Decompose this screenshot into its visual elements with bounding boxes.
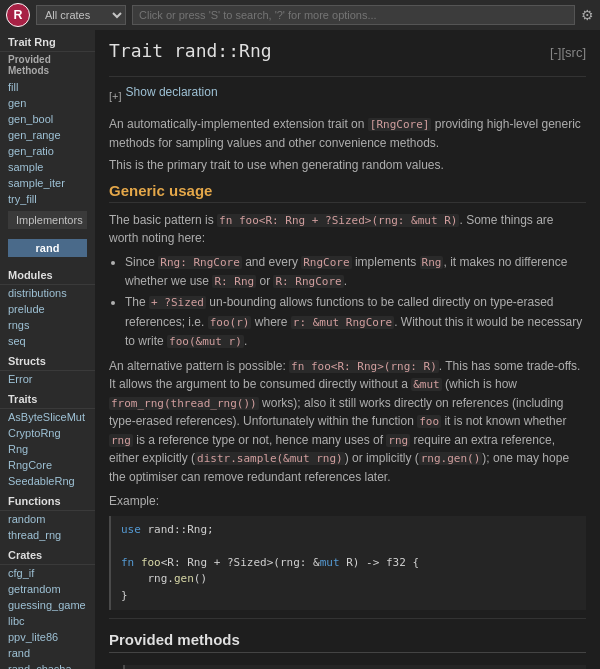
main-example-code: use rand::Rng; fn foo<R: Rng + ?Sized>(r… xyxy=(109,516,586,611)
main-layout: Trait Rng Provided Methods fill gen gen_… xyxy=(0,30,600,669)
sidebar-item-prelude[interactable]: prelude xyxy=(0,301,95,317)
sidebar-item-seq[interactable]: seq xyxy=(0,333,95,349)
sidebar-title: Trait Rng xyxy=(0,30,95,52)
search-input[interactable] xyxy=(132,5,575,25)
sidebar-item-rand[interactable]: rand xyxy=(0,645,95,661)
sidebar-item-getrandom[interactable]: getrandom xyxy=(0,581,95,597)
sidebar-item-seedablerng[interactable]: SeedableRng xyxy=(0,473,95,489)
sidebar-functions-header: Functions xyxy=(0,489,95,511)
sidebar-rand-box: rand xyxy=(8,239,87,257)
sidebar-item-rngs[interactable]: rngs xyxy=(0,317,95,333)
method1-sig: fn gen<T>(&mut self) -> T where Standard… xyxy=(123,665,586,669)
primary-trait-text: This is the primary trait to use when ge… xyxy=(109,158,586,172)
sidebar-traits-header: Traits xyxy=(0,387,95,409)
sidebar-item-sample-iter[interactable]: sample_iter xyxy=(0,175,95,191)
svg-text:R: R xyxy=(13,8,22,22)
sidebar-item-distributions[interactable]: distributions xyxy=(0,285,95,301)
example-label-main: Example: xyxy=(109,492,586,510)
sidebar-crates-header: Crates xyxy=(0,543,95,565)
sidebar-item-guessing-game[interactable]: guessing_game xyxy=(0,597,95,613)
sidebar-item-ppv-lite86[interactable]: ppv_lite86 xyxy=(0,629,95,645)
provided-methods-header: Provided Methods xyxy=(0,52,95,79)
page-title: Trait rand::Rng xyxy=(109,40,272,62)
provided-methods-title: Provided methods xyxy=(109,631,586,653)
sidebar-item-gen-bool[interactable]: gen_bool xyxy=(0,111,95,127)
sidebar-item-thread-rng[interactable]: thread_rng xyxy=(0,527,95,543)
sidebar-item-gen[interactable]: gen xyxy=(0,95,95,111)
sidebar-item-error[interactable]: Error xyxy=(0,371,95,387)
bullet-list: Since Rng: RngCore and every RngCore imp… xyxy=(125,253,586,351)
sidebar-item-rngcore[interactable]: RngCore xyxy=(0,457,95,473)
generic-usage-title: Generic usage xyxy=(109,182,586,203)
sidebar-structs-header: Structs xyxy=(0,349,95,371)
settings-icon[interactable]: ⚙ xyxy=(581,7,594,23)
content-area: Trait rand::Rng [-][src] [+] Show declar… xyxy=(95,30,600,669)
topbar: R All crates ⚙ xyxy=(0,0,600,30)
sidebar-item-asbyteslicemut[interactable]: AsByteSliceMut xyxy=(0,409,95,425)
sidebar: Trait Rng Provided Methods fill gen gen_… xyxy=(0,30,95,669)
sidebar-item-libc[interactable]: libc xyxy=(0,613,95,629)
rust-logo: R xyxy=(6,3,30,27)
sidebar-item-gen-ratio[interactable]: gen_ratio xyxy=(0,143,95,159)
sidebar-item-sample[interactable]: sample xyxy=(0,159,95,175)
sidebar-item-rng[interactable]: Rng xyxy=(0,441,95,457)
generic-usage-note: The basic pattern is fn foo<R: Rng + ?Si… xyxy=(109,211,586,248)
show-declaration-label[interactable]: Show declaration xyxy=(126,85,218,99)
show-declaration-toggle[interactable]: [+] xyxy=(109,90,122,102)
title-links[interactable]: [-][src] xyxy=(550,45,586,60)
sidebar-item-cryptorng[interactable]: CryptoRng xyxy=(0,425,95,441)
sidebar-modules-header: Modules xyxy=(0,263,95,285)
sidebar-item-gen-range[interactable]: gen_range xyxy=(0,127,95,143)
implementors-button[interactable]: Implementors xyxy=(8,211,87,229)
sidebar-item-try-fill[interactable]: try_fill xyxy=(0,191,95,207)
sidebar-item-rand-chacha[interactable]: rand_chacha xyxy=(0,661,95,669)
sidebar-item-fill[interactable]: fill xyxy=(0,79,95,95)
alt-pattern-text: An alternative pattern is possible: fn f… xyxy=(109,357,586,486)
description-block: An automatically-implemented extension t… xyxy=(109,115,586,152)
sidebar-item-random[interactable]: random xyxy=(0,511,95,527)
sidebar-item-cfg-if[interactable]: cfg_if xyxy=(0,565,95,581)
crates-select[interactable]: All crates xyxy=(36,5,126,25)
